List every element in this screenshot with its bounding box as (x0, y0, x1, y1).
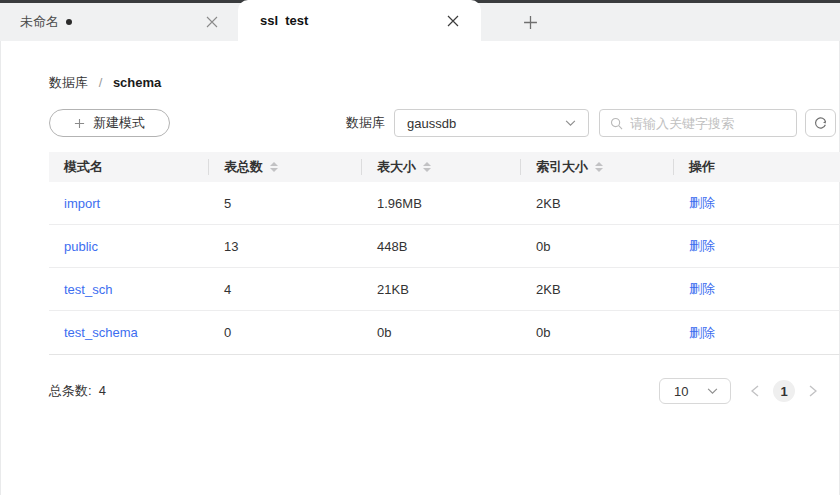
table-size-cell: 21KB (362, 282, 521, 297)
unsaved-dot-icon (66, 19, 72, 25)
table-count-cell: 5 (209, 196, 362, 211)
index-size-cell: 2KB (521, 196, 674, 211)
delete-link[interactable]: 删除 (689, 281, 715, 296)
tab-bar: 未命名 ssl test (0, 0, 840, 41)
table-size-cell: 1.96MB (362, 196, 521, 211)
table-row: test_schema 0 0b 0b 删除 (49, 311, 840, 354)
breadcrumb-current: schema (113, 75, 161, 90)
total-count-value: 4 (99, 383, 106, 398)
search-input[interactable] (630, 116, 786, 131)
pagination: 10 1 (659, 378, 825, 404)
table-count-cell: 4 (209, 282, 362, 297)
table-count-cell: 0 (209, 325, 362, 340)
schema-name-link[interactable]: public (64, 239, 98, 254)
delete-link[interactable]: 删除 (689, 238, 715, 253)
index-size-cell: 2KB (521, 282, 674, 297)
tab-ssl-test[interactable]: ssl test (238, 0, 481, 41)
prev-page-button[interactable] (743, 378, 767, 404)
chevron-right-icon (809, 385, 817, 397)
close-icon[interactable] (447, 15, 459, 27)
next-page-button[interactable] (801, 378, 825, 404)
refresh-icon (813, 116, 828, 131)
schema-name-link[interactable]: test_sch (64, 282, 112, 297)
page-number-button[interactable]: 1 (773, 380, 795, 402)
delete-link[interactable]: 删除 (689, 195, 715, 210)
col-header-table-size: 表大小 (362, 152, 521, 182)
col-header-index-size: 索引大小 (521, 152, 674, 182)
search-box (599, 109, 797, 137)
sort-icon[interactable] (423, 162, 431, 172)
table-footer: 总条数: 4 10 1 (49, 378, 825, 404)
main-content: 数据库 / schema 新建模式 数据库 gaussdb (0, 41, 840, 495)
plus-icon (523, 15, 538, 30)
close-icon[interactable] (206, 16, 218, 28)
plus-icon (74, 118, 85, 129)
table-count-cell: 13 (209, 239, 362, 254)
schema-name-link[interactable]: import (64, 196, 100, 211)
tab-untitled[interactable]: 未命名 (0, 0, 238, 41)
delete-link[interactable]: 删除 (689, 325, 715, 340)
sort-icon[interactable] (595, 162, 603, 172)
breadcrumb: 数据库 / schema (1, 41, 839, 92)
add-tab-button[interactable] (523, 0, 538, 41)
table-size-cell: 0b (362, 325, 521, 340)
database-select[interactable]: gaussdb (394, 109, 589, 137)
search-icon (610, 117, 623, 130)
chevron-left-icon (751, 385, 759, 397)
chevron-down-icon (565, 120, 576, 127)
toolbar: 新建模式 数据库 gaussdb (49, 109, 836, 137)
table-row: public 13 448B 0b 删除 (49, 225, 840, 268)
index-size-cell: 0b (521, 325, 674, 340)
new-schema-button[interactable]: 新建模式 (49, 109, 170, 137)
col-header-table-count: 表总数 (209, 152, 362, 182)
tab-label: ssl test (260, 13, 308, 28)
schema-table: 模式名 表总数 表大小 索引大小 操作 import 5 1.96MB 2KB (49, 152, 840, 355)
database-label: 数据库 (346, 114, 385, 132)
table-row: import 5 1.96MB 2KB 删除 (49, 182, 840, 225)
refresh-button[interactable] (805, 109, 836, 137)
total-count: 总条数: 4 (49, 382, 106, 400)
database-select-value: gaussdb (407, 116, 456, 131)
schema-name-link[interactable]: test_schema (64, 325, 138, 340)
col-header-actions: 操作 (674, 152, 840, 182)
table-header: 模式名 表总数 表大小 索引大小 操作 (49, 152, 840, 182)
new-schema-label: 新建模式 (93, 114, 145, 132)
breadcrumb-database[interactable]: 数据库 (49, 75, 88, 90)
tab-label: 未命名 (20, 13, 59, 31)
col-header-schema-name: 模式名 (49, 152, 209, 182)
sort-icon[interactable] (270, 162, 278, 172)
index-size-cell: 0b (521, 239, 674, 254)
table-size-cell: 448B (362, 239, 521, 254)
page-size-value: 10 (674, 384, 688, 399)
chevron-down-icon (707, 388, 718, 395)
breadcrumb-separator: / (99, 75, 103, 90)
page-size-select[interactable]: 10 (659, 378, 731, 404)
table-row: test_sch 4 21KB 2KB 删除 (49, 268, 840, 311)
